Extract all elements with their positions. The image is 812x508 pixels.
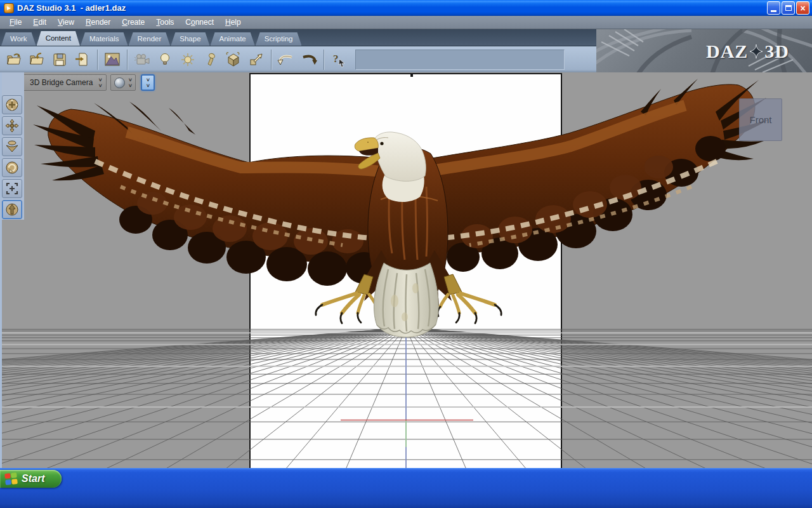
dolly-camera-icon [4, 139, 20, 154]
menu-file[interactable]: File [4, 17, 27, 28]
toolbar-separator [127, 50, 128, 70]
export-file-icon[interactable] [71, 49, 94, 70]
context-help-icon[interactable]: ? [327, 49, 350, 70]
windows-taskbar: Start » Photoshop - 2D-Grafi... E:\pic1\… [0, 468, 812, 508]
camera-selector[interactable]: 3D Bridge Camera ∨∨ [23, 74, 107, 91]
daz-star-icon [749, 44, 763, 58]
orbit-camera-icon [4, 97, 20, 112]
tab-materials[interactable]: Materials [81, 32, 128, 46]
toolbar-separator [271, 50, 272, 70]
create-primitive-icon[interactable] [222, 49, 245, 70]
daz-branding-banner: DAZ 3D [596, 29, 812, 72]
create-spotlight-icon[interactable] [199, 49, 222, 70]
toolbar-empty-area [355, 50, 565, 70]
tab-shape[interactable]: Shape [171, 32, 209, 46]
windows-logo-icon [4, 472, 18, 485]
tab-animate[interactable]: Animate [211, 32, 255, 46]
open-file-icon[interactable] [3, 49, 25, 70]
create-null-icon[interactable] [245, 49, 268, 70]
menu-help[interactable]: Help [219, 17, 247, 28]
aim-camera-icon [4, 202, 20, 217]
app-icon [4, 3, 14, 13]
daz-studio-window: DAZ Studio 3.1 - adler1.daz × File Edit … [0, 0, 812, 508]
minimize-button[interactable] [767, 1, 780, 15]
dolly-camera-button[interactable] [2, 137, 22, 156]
maximize-icon [785, 5, 792, 11]
rotate-camera-icon [4, 160, 20, 175]
menu-tools[interactable]: Tools [150, 17, 180, 28]
tab-work[interactable]: Work [1, 32, 36, 46]
daz3d-logo: DAZ 3D [706, 41, 789, 62]
main-toolbar: ? [0, 46, 596, 72]
orbit-camera-button[interactable] [2, 95, 22, 114]
undo-icon[interactable] [275, 49, 298, 70]
aim-camera-button[interactable] [2, 200, 22, 219]
toolbar-separator [324, 50, 324, 70]
viewport-3d[interactable]: 3D Bridge Camera ∨∨ ∨∨ ∨∨ Front [0, 72, 812, 468]
frame-selection-button[interactable] [2, 179, 22, 198]
tab-scripting[interactable]: Scripting [256, 32, 302, 46]
draw-style-button[interactable]: ∨∨ [110, 74, 136, 91]
menu-render[interactable]: Render [80, 17, 116, 28]
maximize-button[interactable] [782, 1, 795, 15]
menu-create[interactable]: Create [116, 17, 150, 28]
viewport-camera-bar: 3D Bridge Camera ∨∨ ∨∨ ∨∨ [1, 74, 155, 91]
menu-edit[interactable]: Edit [27, 17, 52, 28]
menu-view[interactable]: View [52, 17, 80, 28]
close-icon: × [800, 4, 805, 13]
create-distant-light-icon[interactable] [176, 49, 199, 70]
window-title: DAZ Studio 3.1 - adler1.daz [17, 3, 126, 13]
menu-connect[interactable]: Connect [180, 17, 219, 28]
chevron-down-icon: ∨∨ [98, 77, 102, 88]
chevron-down-icon: ∨∨ [146, 77, 150, 88]
menu-bar: File Edit View Render Create Tools Conne… [0, 16, 812, 29]
pan-camera-icon [4, 118, 20, 133]
camera-icon[interactable] [131, 49, 154, 70]
start-button[interactable]: Start [0, 470, 62, 488]
rotate-camera-button[interactable] [2, 158, 22, 177]
pan-camera-button[interactable] [2, 116, 22, 135]
close-button[interactable]: × [796, 1, 809, 15]
sphere-shaded-icon [114, 77, 125, 88]
activity-tab-bar: Work Content Materials Render Shape Anim… [0, 29, 596, 46]
view-orientation-badge: Front [739, 98, 782, 141]
render-image-icon[interactable] [101, 49, 124, 70]
tab-content[interactable]: Content [37, 31, 80, 46]
svg-text:?: ? [333, 53, 339, 65]
eagle-3d-model[interactable] [0, 72, 812, 468]
viewport-options-button[interactable]: ∨∨ [141, 74, 155, 91]
chevron-down-icon: ∨∨ [128, 77, 132, 88]
save-file-icon[interactable] [48, 49, 71, 70]
import-file-icon[interactable] [25, 49, 48, 70]
camera-selector-value: 3D Bridge Camera [30, 78, 93, 87]
create-light-icon[interactable] [154, 49, 176, 70]
redo-icon[interactable] [298, 49, 320, 70]
title-bar: DAZ Studio 3.1 - adler1.daz × [0, 0, 812, 16]
toolbar-separator [97, 50, 98, 70]
frame-selection-icon [4, 181, 20, 196]
minimize-icon [771, 10, 776, 12]
tab-render[interactable]: Render [129, 32, 171, 46]
